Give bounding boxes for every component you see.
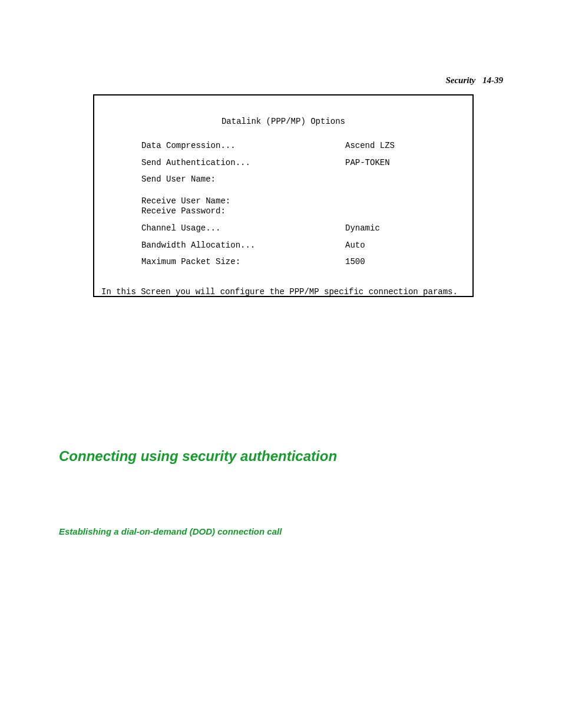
- terminal-box: Datalink (PPP/MP) Options Data Compressi…: [93, 94, 474, 297]
- field-label: Receive User Name:: [141, 196, 345, 206]
- field-value: [345, 174, 472, 185]
- field-value: 1500: [345, 257, 472, 267]
- field-label: Send User Name:: [141, 174, 345, 185]
- subsection-heading: Establishing a dial-on-demand (DOD) conn…: [59, 526, 282, 536]
- page-header: Security 14-39: [445, 75, 503, 85]
- field-value: [345, 196, 472, 206]
- terminal-row: Send User Name:: [94, 174, 472, 185]
- field-value: Auto: [345, 241, 472, 251]
- field-value: [345, 206, 472, 216]
- field-label: Maximum Packet Size:: [141, 257, 345, 267]
- terminal-footer: In this Screen you will configure the PP…: [94, 287, 472, 297]
- field-label: Data Compression...: [141, 141, 345, 151]
- field-value: PAP-TOKEN: [345, 158, 472, 168]
- field-label: Channel Usage...: [141, 223, 345, 233]
- field-label: Receive Password:: [141, 206, 345, 216]
- field-value: Ascend LZS: [345, 141, 472, 151]
- terminal-row: Send Authentication... PAP-TOKEN: [94, 158, 472, 168]
- section-heading: Connecting using security authentication: [59, 448, 337, 465]
- terminal-row: Data Compression... Ascend LZS: [94, 141, 472, 151]
- field-value: Dynamic: [345, 223, 472, 233]
- terminal-row: Maximum Packet Size: 1500: [94, 257, 472, 267]
- header-page-number: 14-39: [482, 75, 503, 85]
- terminal-row: Receive User Name:: [94, 196, 472, 206]
- terminal-row: Bandwidth Allocation... Auto: [94, 241, 472, 251]
- field-label: Bandwidth Allocation...: [141, 241, 345, 251]
- terminal-title: Datalink (PPP/MP) Options: [94, 117, 472, 127]
- terminal-row: Receive Password:: [94, 206, 472, 216]
- field-label: Send Authentication...: [141, 158, 345, 168]
- terminal-row: Channel Usage... Dynamic: [94, 223, 472, 233]
- header-section: Security: [445, 75, 475, 85]
